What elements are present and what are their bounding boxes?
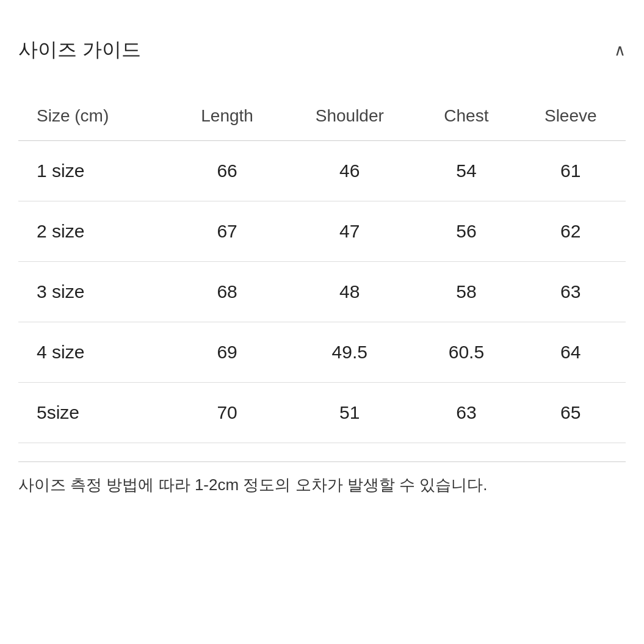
section-header: 사이즈 가이드 ∧ [18,37,626,82]
cell-sleeve: 62 [516,201,626,262]
col-header-length: Length [172,94,282,141]
cell-sleeve: 65 [516,383,626,443]
cell-size: 2 size [18,201,172,262]
cell-size: 3 size [18,262,172,322]
footnote: 사이즈 측정 방법에 따라 1-2cm 정도의 오차가 발생할 수 있습니다. [18,461,626,497]
cell-shoulder: 49.5 [282,322,417,383]
col-header-sleeve: Sleeve [516,94,626,141]
cell-shoulder: 48 [282,262,417,322]
table-row: 3 size68485863 [18,262,626,322]
col-header-size: Size (cm) [18,94,172,141]
cell-length: 67 [172,201,282,262]
table-row: 5size70516365 [18,383,626,443]
collapse-icon[interactable]: ∧ [614,41,626,60]
col-header-chest: Chest [417,94,515,141]
cell-sleeve: 61 [516,141,626,201]
cell-shoulder: 51 [282,383,417,443]
cell-chest: 63 [417,383,515,443]
cell-sleeve: 64 [516,322,626,383]
cell-sleeve: 63 [516,262,626,322]
table-row: 2 size67475662 [18,201,626,262]
cell-chest: 56 [417,201,515,262]
cell-length: 66 [172,141,282,201]
table-header-row: Size (cm) Length Shoulder Chest Sleeve [18,94,626,141]
cell-shoulder: 47 [282,201,417,262]
table-row: 1 size66465461 [18,141,626,201]
page-container: 사이즈 가이드 ∧ Size (cm) Length Shoulder Ches… [0,0,644,521]
cell-length: 68 [172,262,282,322]
cell-size: 5size [18,383,172,443]
cell-size: 4 size [18,322,172,383]
col-header-shoulder: Shoulder [282,94,417,141]
cell-size: 1 size [18,141,172,201]
cell-length: 70 [172,383,282,443]
cell-length: 69 [172,322,282,383]
cell-chest: 60.5 [417,322,515,383]
cell-shoulder: 46 [282,141,417,201]
table-row: 4 size6949.560.564 [18,322,626,383]
cell-chest: 54 [417,141,515,201]
size-table: Size (cm) Length Shoulder Chest Sleeve 1… [18,94,626,443]
cell-chest: 58 [417,262,515,322]
section-title: 사이즈 가이드 [18,37,141,63]
